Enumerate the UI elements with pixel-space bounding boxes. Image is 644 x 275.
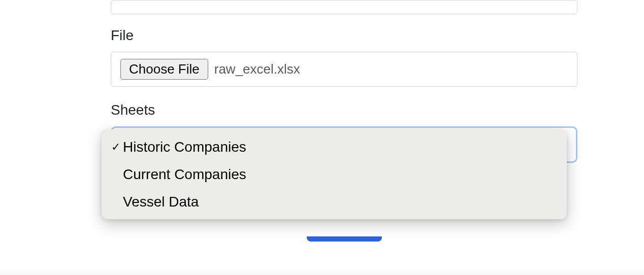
file-label: File: [111, 27, 577, 44]
sheets-option-label: Current Companies: [123, 165, 246, 184]
bottom-shadow: [0, 269, 644, 275]
sheets-dropdown-menu: ✓ Historic Companies Current Companies V…: [102, 129, 567, 219]
sheets-option-label: Historic Companies: [123, 138, 246, 157]
sheets-label: Sheets: [111, 102, 577, 118]
previous-input-field[interactable]: [111, 0, 577, 14]
sheets-option-label: Vessel Data: [123, 192, 199, 212]
file-input-wrapper: Choose File raw_excel.xlsx: [111, 52, 577, 87]
choose-file-button[interactable]: Choose File: [120, 59, 208, 80]
selected-file-name: raw_excel.xlsx: [214, 61, 300, 77]
submit-button-partial[interactable]: [307, 236, 382, 242]
sheets-option-historic-companies[interactable]: ✓ Historic Companies: [102, 133, 567, 161]
sheets-select-wrapper: ✓ Historic Companies Current Companies V…: [111, 126, 577, 163]
checkmark-icon: ✓: [109, 140, 123, 155]
form-container: File Choose File raw_excel.xlsx Sheets ✓…: [111, 0, 577, 163]
sheets-option-current-companies[interactable]: Current Companies: [102, 161, 567, 188]
sheets-option-vessel-data[interactable]: Vessel Data: [102, 188, 567, 216]
